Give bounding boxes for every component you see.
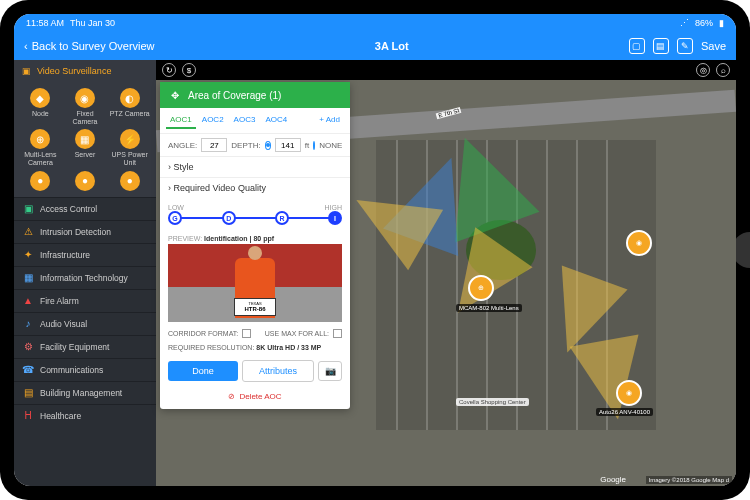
- back-button[interactable]: ‹ Back to Survey Overview: [24, 40, 155, 52]
- device-multilens[interactable]: ⊕Multi-Lens Camera: [20, 129, 61, 166]
- cat-it[interactable]: ▦Information Technology: [14, 266, 156, 289]
- q-low: LOW: [168, 204, 184, 211]
- none-label: NONE: [319, 141, 342, 150]
- marker-3[interactable]: ◉: [616, 380, 642, 406]
- quality-slider[interactable]: G D R I: [172, 217, 338, 219]
- wifi-icon: ⋰: [680, 18, 689, 28]
- title-bar: ‹ Back to Survey Overview 3A Lot ▢ ▤ ✎ S…: [14, 32, 736, 60]
- marker-multilens[interactable]: ⊕: [468, 275, 494, 301]
- device-node[interactable]: ◆Node: [20, 88, 61, 125]
- usemax-label: USE MAX FOR ALL:: [265, 330, 329, 337]
- marker-label-1: MCAM-802 Multi-Lens: [456, 304, 522, 312]
- device-server[interactable]: ▦Server: [65, 129, 106, 166]
- cat-healthcare[interactable]: HHealthcare: [14, 404, 156, 427]
- tab-add[interactable]: + Add: [315, 112, 344, 129]
- tab-aoc3[interactable]: AOC3: [230, 112, 260, 129]
- preview-image: TEXAS HTR-86: [168, 244, 342, 322]
- done-button[interactable]: Done: [168, 361, 238, 381]
- preview-label: PREVIEW:: [168, 235, 202, 242]
- cat-facility[interactable]: ⚙Facility Equipment: [14, 335, 156, 358]
- cat-building[interactable]: ▤Building Management: [14, 381, 156, 404]
- delete-aoc[interactable]: ⊘ Delete AOC: [160, 388, 350, 409]
- marker-label-3: Auto26 ANV-40100: [596, 408, 653, 416]
- unit-label: ft: [305, 141, 309, 150]
- angle-label: ANGLE:: [168, 141, 197, 150]
- none-radio[interactable]: [313, 141, 315, 150]
- res-label: REQUIRED RESOLUTION:: [168, 344, 254, 351]
- corridor-checkbox[interactable]: [242, 329, 251, 338]
- panel-title: Area of Coverage (1): [188, 90, 281, 101]
- q-node-g[interactable]: G: [168, 211, 182, 225]
- depth-label: DEPTH:: [231, 141, 260, 150]
- tab-aoc4[interactable]: AOC4: [261, 112, 291, 129]
- preview-value: Identification | 80 ppf: [204, 235, 274, 242]
- angle-input[interactable]: [201, 138, 227, 152]
- usemax-checkbox[interactable]: [333, 329, 342, 338]
- battery-icon: ▮: [719, 18, 724, 28]
- cat-intrusion[interactable]: ⚠Intrusion Detection: [14, 220, 156, 243]
- google-logo: Google: [600, 475, 626, 484]
- close-icon: ⊘: [228, 392, 235, 401]
- style-expander[interactable]: › Style: [160, 156, 350, 177]
- cat-infrastructure[interactable]: ✦Infrastructure: [14, 243, 156, 266]
- q-node-r[interactable]: R: [275, 211, 289, 225]
- save-button[interactable]: Save: [701, 40, 726, 52]
- aoc-tabs: AOC1 AOC2 AOC3 AOC4 + Add: [160, 108, 350, 134]
- sidebar-header[interactable]: ▣ Video Surveillance: [14, 60, 156, 82]
- cat-av[interactable]: ♪Audio Visual: [14, 312, 156, 335]
- back-label: Back to Survey Overview: [32, 40, 155, 52]
- status-bar: 11:58 AM Thu Jan 30 ⋰ 86% ▮: [14, 14, 736, 32]
- map-attribution: Imagery ©2018 Google Map d: [646, 476, 732, 484]
- device-ptz-camera[interactable]: ◐PTZ Camera: [109, 88, 150, 125]
- corridor-label: CORRIDOR FORMAT:: [168, 330, 238, 337]
- device-extra-3[interactable]: ●: [109, 171, 150, 191]
- toolbar-icon-1[interactable]: ▢: [629, 38, 645, 54]
- q-node-i[interactable]: I: [328, 211, 342, 225]
- tab-aoc1[interactable]: AOC1: [166, 112, 196, 129]
- res-value: 8K Ultra HD / 33 MP: [256, 344, 321, 351]
- q-high: HIGH: [325, 204, 343, 211]
- panel-header[interactable]: ✥ Area of Coverage (1): [160, 82, 350, 108]
- dollar-icon[interactable]: $: [182, 63, 196, 77]
- cat-fire[interactable]: ▲Fire Alarm: [14, 289, 156, 312]
- camera-icon: ▣: [22, 66, 31, 76]
- quality-expander[interactable]: › Required Video Quality: [160, 177, 350, 198]
- device-extra-2[interactable]: ●: [65, 171, 106, 191]
- date: Thu Jan 30: [70, 18, 115, 28]
- cat-comms[interactable]: ☎Communications: [14, 358, 156, 381]
- sidebar-header-label: Video Surveillance: [37, 66, 111, 76]
- chevron-left-icon: ‹: [24, 40, 28, 52]
- edit-icon[interactable]: ✎: [677, 38, 693, 54]
- marker-2[interactable]: ◉: [626, 230, 652, 256]
- device-ups[interactable]: ⚡UPS Power Unit: [109, 129, 150, 166]
- aoc-panel: ✥ Area of Coverage (1) AOC1 AOC2 AOC3 AO…: [160, 82, 350, 409]
- toggle-icon[interactable]: ↻: [162, 63, 176, 77]
- depth-input[interactable]: [275, 138, 301, 152]
- toolbar-icon-2[interactable]: ▤: [653, 38, 669, 54]
- shopping-label: Covella Shopping Center: [456, 398, 529, 406]
- map-toolbar: ↻ $ ◎ ⌕: [156, 60, 736, 80]
- time: 11:58 AM: [26, 18, 64, 28]
- device-fixed-camera[interactable]: ◉Fixed Camera: [65, 88, 106, 125]
- search-icon[interactable]: ⌕: [716, 63, 730, 77]
- device-extra-1[interactable]: ●: [20, 171, 61, 191]
- battery-text: 86%: [695, 18, 713, 28]
- move-icon: ✥: [168, 88, 182, 102]
- camera-button[interactable]: 📷: [318, 361, 342, 381]
- attributes-button[interactable]: Attributes: [242, 360, 314, 382]
- device-grid: ◆Node ◉Fixed Camera ◐PTZ Camera ⊕Multi-L…: [14, 82, 156, 197]
- cat-access-control[interactable]: ▣Access Control: [14, 197, 156, 220]
- depth-radio[interactable]: [265, 141, 271, 150]
- layers-icon[interactable]: ◎: [696, 63, 710, 77]
- license-plate: TEXAS HTR-86: [234, 298, 276, 316]
- tab-aoc2[interactable]: AOC2: [198, 112, 228, 129]
- page-title: 3A Lot: [375, 40, 409, 52]
- sidebar: ▣ Video Surveillance ◆Node ◉Fixed Camera…: [14, 60, 156, 486]
- q-node-d[interactable]: D: [222, 211, 236, 225]
